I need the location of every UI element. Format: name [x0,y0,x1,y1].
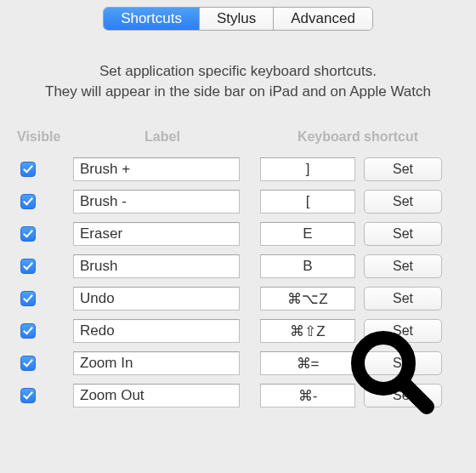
column-headers: Visible Label Keyboard shortcut [17,129,464,145]
header-shortcut: Keyboard shortcut [252,129,464,145]
shortcut-field[interactable]: ⌘- [260,384,355,407]
header-label: Label [73,129,252,145]
label-input[interactable]: Eraser [73,222,240,246]
description: Set application specific keyboard shortc… [8,61,468,102]
label-input[interactable]: Brush [73,254,240,278]
table-row: Eraser E Set [17,218,464,250]
set-button[interactable]: Set [364,190,442,214]
shortcut-field[interactable]: ⌘⌥Z [260,287,355,311]
label-input[interactable]: Undo [73,287,240,311]
table-row: Redo ⌘⇧Z Set [17,315,464,347]
table-row: Brush - [ Set [17,185,464,218]
visible-checkbox[interactable] [20,194,36,209]
table-row: Zoom In ⌘= Set [17,347,464,379]
shortcut-field[interactable]: ⌘⇧Z [260,319,355,343]
shortcut-field[interactable]: B [260,254,355,278]
description-line1: Set application specific keyboard shortc… [8,61,468,82]
visible-checkbox[interactable] [20,259,36,274]
table-row: Zoom Out ⌘- Set [17,379,464,412]
set-button[interactable]: Set [364,157,442,181]
set-button[interactable]: Set [364,384,442,407]
shortcut-field[interactable]: ] [260,157,355,181]
label-input[interactable]: Redo [73,319,240,343]
shortcut-field[interactable]: [ [260,190,355,214]
table-row: Brush B Set [17,250,464,282]
shortcut-field[interactable]: ⌘= [260,351,355,375]
shortcut-field[interactable]: E [260,222,355,246]
set-button[interactable]: Set [364,351,442,375]
visible-checkbox[interactable] [20,356,36,371]
table-row: Brush + ] Set [17,153,464,185]
description-line2: They will appear in the side bar on iPad… [8,82,468,102]
set-button[interactable]: Set [364,222,442,246]
tab-advanced[interactable]: Advanced [273,8,372,30]
shortcut-table: Visible Label Keyboard shortcut Brush + … [0,129,476,412]
header-visible: Visible [17,129,73,145]
tab-shortcuts[interactable]: Shortcuts [104,8,199,30]
visible-checkbox[interactable] [20,291,36,306]
label-input[interactable]: Brush + [73,157,240,181]
visible-checkbox[interactable] [20,388,36,403]
tab-bar: Shortcuts Stylus Advanced [0,0,476,31]
label-input[interactable]: Brush - [73,190,240,214]
table-row: Undo ⌘⌥Z Set [17,282,464,315]
label-input[interactable]: Zoom In [73,351,240,375]
visible-checkbox[interactable] [20,323,36,339]
set-button[interactable]: Set [364,254,442,278]
tab-stylus[interactable]: Stylus [199,8,273,30]
label-input[interactable]: Zoom Out [73,384,240,407]
set-button[interactable]: Set [364,319,442,343]
visible-checkbox[interactable] [20,162,36,177]
set-button[interactable]: Set [364,287,442,311]
visible-checkbox[interactable] [20,226,36,242]
